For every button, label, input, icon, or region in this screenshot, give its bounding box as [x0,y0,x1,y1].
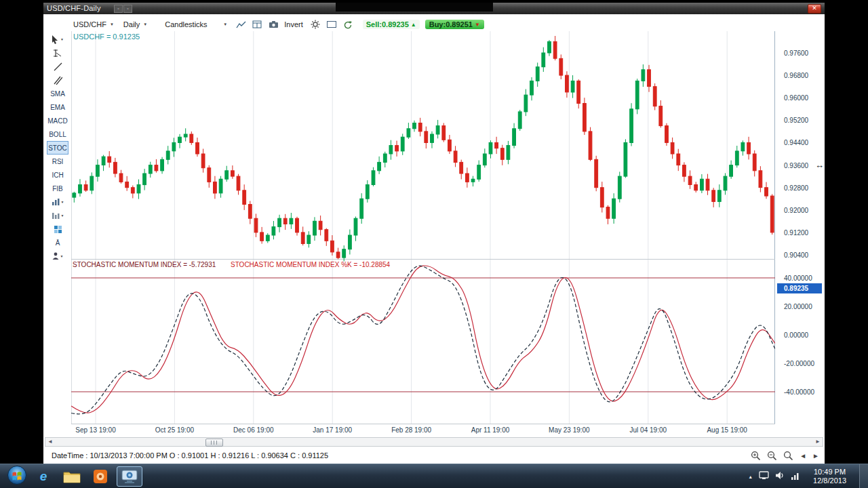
time-axis-label: Apr 11 19:00 [471,426,510,434]
candlesticks [73,36,774,262]
buy-price-value: Buy:0.89251 [429,20,473,28]
chart-type-dropdown-value: Candlesticks [165,20,207,28]
smi-k-indicator-label: STOCHASTIC MOMENTUM INDEX %K = -10.28854 [231,261,390,268]
show-desktop-button[interactable] [859,464,868,488]
taskbar-media-icon[interactable] [88,467,113,486]
grid-view-tool[interactable] [47,222,68,236]
pan-left-icon[interactable]: ◄ [800,452,806,460]
invert-button[interactable]: Invert [284,20,303,28]
refresh-icon[interactable] [341,19,355,30]
buy-down-triangle-icon: ▼ [475,22,480,28]
indicator-button-ich[interactable]: ICH [47,168,68,182]
axis-label: -40.00000 [784,388,814,396]
title-bar[interactable]: USD/CHF-Daily ▫ ▫ ✕ [43,3,825,14]
period-dropdown[interactable]: Daily ▼ [123,20,147,28]
close-button[interactable]: ✕ [808,4,821,14]
chevron-down-icon: ▼ [110,22,114,26]
axis-label: 20.00000 [784,303,812,310]
tray-network-icon[interactable] [791,470,800,483]
child-window-menu-icon[interactable]: ▫ [123,5,132,13]
scroll-left-icon[interactable]: ◄ [45,438,55,446]
current-price-badge: 0.89235 [777,283,822,293]
time-axis-label: Sep 13 19:00 [75,426,116,434]
symbol-dropdown-value: USD/CHF [73,20,106,28]
time-axis-label: Aug 15 19:00 [707,426,747,434]
zoom-reset-icon[interactable] [783,451,793,461]
smi-series-solid [71,266,775,413]
screen: USD/CHF-Daily ▫ ▫ ✕ USD/CHF ▼ Daily ▼ Ca… [0,0,868,488]
tray-chevron-icon[interactable]: ▲ [748,474,753,479]
price-chart-canvas[interactable] [71,31,775,426]
layout-template-icon[interactable] [250,19,264,30]
indicator-button-ema[interactable]: EMA [47,100,68,114]
user-objects-tool[interactable]: ▼ [47,249,68,263]
price-axis[interactable]: 0.89235 0.976000.968000.960000.952000.94… [777,31,822,426]
chart-type-dropdown[interactable]: Candlesticks ▼ [165,20,227,28]
axis-label: 0.95200 [784,117,808,124]
axis-label: 0.90400 [784,251,808,259]
time-axis-label: Jan 17 19:00 [313,426,352,434]
axis-label: 0.92800 [784,184,808,192]
indicator-button-macd[interactable]: MACD [47,114,68,127]
buy-price-button[interactable]: Buy:0.89251 ▼ [425,20,484,29]
horizontal-scrollbar[interactable]: ◄ ► [45,437,823,447]
pan-right-icon[interactable]: ► [812,452,819,460]
line-chart-icon[interactable] [234,19,248,30]
time-axis-label: Feb 28 19:00 [391,426,431,434]
time-axis[interactable]: Sep 13 19:00Oct 25 19:00Dec 06 19:00Jan … [71,425,775,436]
taskbar-explorer-icon[interactable] [60,467,84,486]
zoom-out-icon[interactable] [767,451,777,461]
chevron-down-icon: ▼ [60,254,64,258]
volume-style-tool[interactable]: ▼ [47,209,68,222]
start-button[interactable] [7,465,27,488]
zoom-in-icon[interactable] [751,451,761,461]
sell-price-button[interactable]: Sell:0.89235 ▲ [363,20,420,29]
child-window-restore-icon[interactable]: ▫ [114,5,123,13]
trading-app-window: USD/CHF-Daily ▫ ▫ ✕ USD/CHF ▼ Daily ▼ Ca… [43,3,825,464]
sell-price-value: Sell:0.89235 [366,20,409,28]
status-bar: DateTime : 10/13/2013 7:00:00 PM O : 0.9… [43,449,825,462]
chevron-down-icon: ▼ [61,214,64,218]
scroll-right-icon[interactable]: ► [813,438,823,446]
scrollbar-thumb[interactable] [205,439,223,447]
crosshair-tool[interactable] [47,46,68,60]
chart-style-tool[interactable]: ▼ [47,195,68,209]
settings-gear-icon[interactable] [309,19,322,30]
symbol-dropdown[interactable]: USD/CHF ▼ [73,20,114,28]
indicator-button-boll[interactable]: BOLL [47,127,68,141]
mouse-cursor: ↔ [815,160,824,170]
system-tray: ▲ 10:49 PM 12/8/2013 [748,464,868,488]
tray-monitor-icon[interactable] [759,470,769,483]
taskbar-clock[interactable]: 10:49 PM 12/8/2013 [813,468,846,485]
zoom-controls: ◄ ► [751,449,819,462]
time-axis-label: Jul 04 19:00 [630,426,667,434]
axis-label: 0.96000 [784,94,808,102]
tray-volume-icon[interactable] [775,470,785,483]
indicator-button-stoc[interactable]: STOC [47,141,68,155]
gridlines [71,31,775,424]
indicator-button-fib[interactable]: FIB [47,182,68,195]
axis-label: 0.00000 [784,331,808,339]
taskbar-ie-icon[interactable]: e [31,467,56,486]
clock-date: 12/8/2013 [813,476,846,485]
chevron-down-icon: ▼ [143,22,147,26]
text-tool-label: Ā [56,239,60,247]
axis-label: 0.97600 [784,49,808,57]
windows-taskbar: e ▲ 10:49 PM 12/8/2013 [0,464,868,488]
parallel-lines-tool[interactable] [47,73,68,87]
text-annotation-tool[interactable]: Ā [47,236,68,249]
indicator-button-sma[interactable]: SMA [47,87,68,100]
indicator-button-rsi[interactable]: RSI [47,155,68,168]
ohlc-status-text: DateTime : 10/13/2013 7:00:00 PM O : 0.9… [52,451,328,460]
camera-snapshot-icon[interactable] [267,19,280,30]
selection-rectangle-icon[interactable] [325,19,338,30]
time-axis-label: Oct 25 19:00 [155,426,194,434]
taskbar-recorder-icon-active[interactable] [117,466,142,487]
pointer-tool[interactable]: ▼ [47,33,68,46]
redacted-overlay [336,3,493,12]
time-axis-label: May 23 19:00 [549,426,590,434]
axis-label: 0.96800 [784,72,808,79]
axis-label: -20.00000 [784,360,814,367]
drawing-toolbox: ▼ SMAEMAMACDBOLLSTOCRSIICHFIB ▼ ▼ [46,33,69,263]
trendline-tool[interactable] [47,60,68,73]
